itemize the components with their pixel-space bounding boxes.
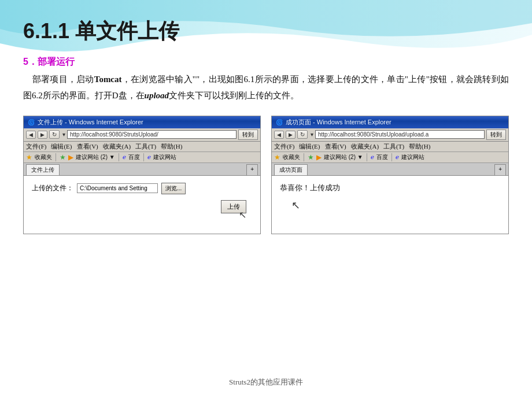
slide-title: 6.1.1 单文件上传 bbox=[23, 12, 509, 46]
forward-button-2[interactable]: ▶ bbox=[286, 131, 295, 139]
refresh-button-2[interactable]: ↻ bbox=[297, 130, 308, 139]
toolbar-sep-2a bbox=[304, 153, 304, 161]
footer: Struts2的其他应用课件 bbox=[0, 377, 532, 387]
toolbar-favs-2[interactable]: 收藏夹 bbox=[283, 153, 300, 161]
toolbar-baidu-2[interactable]: 百度 bbox=[376, 153, 388, 161]
refresh-button-1[interactable]: ↻ bbox=[49, 130, 60, 139]
upload-file-row: 上传的文件： C:\Documents and Setting 浏览... bbox=[32, 183, 252, 194]
menu-help-1[interactable]: 帮助(H) bbox=[161, 142, 182, 151]
baidu-icon-2: ℯ bbox=[371, 154, 374, 160]
toolbar-2: ★ 收藏夹 ★ ▶ 建议网站 (2) ▼ ℯ 百度 ℯ 建议网站 bbox=[272, 152, 508, 163]
address-label-2: ▾ bbox=[311, 131, 313, 138]
orange-star-1: ▶ bbox=[68, 153, 73, 161]
orange-star-2: ▶ bbox=[316, 153, 322, 161]
window-title-1: 文件上传 - Windows Internet Explorer bbox=[38, 118, 143, 127]
browser-content-1: 上传的文件： C:\Documents and Setting 浏览... 上传… bbox=[24, 176, 260, 234]
menu-help-2[interactable]: 帮助(H) bbox=[409, 142, 430, 151]
cursor-pointer-icon: ↖ bbox=[291, 199, 500, 212]
upload-label: 上传的文件： bbox=[32, 183, 73, 193]
toolbar-sep-1c bbox=[143, 153, 144, 161]
success-message: 恭喜你！上传成功 bbox=[280, 183, 500, 193]
green-star-2: ★ bbox=[308, 153, 314, 161]
menu-tools-1[interactable]: 工具(T) bbox=[135, 142, 156, 151]
navbar-1: ◀ ▶ ↻ ▾ 转到 bbox=[24, 128, 260, 142]
titlebar-1: 🌀 文件上传 - Windows Internet Explorer bbox=[24, 116, 260, 128]
section-number: 5．部署运行 bbox=[23, 56, 509, 68]
toolbar-1: ★ 收藏夹 ★ ▶ 建议网站 (2) ▼ ℯ 百度 ℯ 建议网站 bbox=[24, 152, 260, 163]
titlebar-2: 🌀 成功页面 - Windows Internet Explorer bbox=[272, 116, 508, 128]
address-bar-2[interactable] bbox=[315, 130, 485, 139]
tab-2[interactable]: 成功页面 bbox=[274, 164, 308, 175]
go-button-2[interactable]: 转到 bbox=[486, 130, 506, 140]
menu-file-2[interactable]: 文件(F) bbox=[274, 142, 294, 151]
baidu-icon-1: ℯ bbox=[123, 154, 126, 160]
forward-button-1[interactable]: ▶ bbox=[38, 131, 47, 139]
window-title-2: 成功页面 - Windows Internet Explorer bbox=[286, 118, 391, 127]
toolbar-suggest2-2[interactable]: 建议网站 bbox=[401, 153, 424, 161]
menu-favs-2[interactable]: 收藏夹(A) bbox=[351, 142, 379, 151]
tab-bar-1: 文件上传 + bbox=[24, 163, 260, 176]
green-star-1: ★ bbox=[60, 153, 66, 161]
address-label-1: ▾ bbox=[62, 131, 65, 138]
tab-new-1[interactable]: + bbox=[246, 164, 258, 175]
cursor-icon: ↖ bbox=[239, 209, 246, 220]
toolbar-suggest-1[interactable]: 建议网站 (2) ▼ bbox=[76, 153, 115, 161]
back-button-2[interactable]: ◀ bbox=[274, 131, 284, 139]
toolbar-suggest-2[interactable]: 建议网站 (2) ▼ bbox=[324, 153, 363, 161]
fav-star-1: ★ bbox=[26, 153, 32, 161]
ie-icon-1: 🌀 bbox=[27, 118, 35, 126]
go-button-1[interactable]: 转到 bbox=[238, 130, 258, 140]
fav-star-2: ★ bbox=[274, 153, 280, 161]
file-input[interactable]: C:\Documents and Setting bbox=[77, 183, 158, 193]
toolbar-favs-1[interactable]: 收藏夹 bbox=[35, 153, 52, 161]
browser-windows-container: 🌀 文件上传 - Windows Internet Explorer ◀ ▶ ↻… bbox=[23, 116, 509, 234]
menu-edit-1[interactable]: 编辑(E) bbox=[51, 142, 72, 151]
suggest2-icon-1: ℯ bbox=[147, 154, 151, 160]
upload-form: 上传的文件： C:\Documents and Setting 浏览... 上传… bbox=[32, 183, 252, 213]
browser-content-2: 恭喜你！上传成功 ↖ bbox=[272, 176, 508, 234]
menubar-2: 文件(F) 编辑(E) 查看(V) 收藏夹(A) 工具(T) 帮助(H) bbox=[272, 142, 508, 152]
toolbar-sep-1a bbox=[56, 153, 56, 161]
toolbar-sep-2b bbox=[367, 153, 367, 161]
toolbar-suggest2-1[interactable]: 建议网站 bbox=[153, 153, 176, 161]
back-button-1[interactable]: ◀ bbox=[26, 131, 36, 139]
suggest2-icon-2: ℯ bbox=[396, 154, 399, 160]
toolbar-sep-2c bbox=[391, 153, 392, 161]
menu-tools-2[interactable]: 工具(T) bbox=[383, 142, 404, 151]
browse-button[interactable]: 浏览... bbox=[161, 183, 186, 194]
toolbar-baidu-1[interactable]: 百度 bbox=[128, 153, 140, 161]
menu-view-1[interactable]: 查看(V) bbox=[77, 142, 98, 151]
body-paragraph: 部署项目，启动Tomcat，在浏览器中输入""，出现如图6.1所示的界面，选择要… bbox=[23, 72, 509, 104]
menu-edit-2[interactable]: 编辑(E) bbox=[299, 142, 320, 151]
menu-file-1[interactable]: 文件(F) bbox=[26, 142, 46, 151]
address-bar-1[interactable] bbox=[67, 130, 237, 139]
toolbar-sep-1b bbox=[119, 153, 119, 161]
upload-btn-wrap: 上传 ↖ bbox=[32, 200, 246, 213]
navbar-2: ◀ ▶ ↻ ▾ 转到 bbox=[272, 128, 508, 142]
browser-window-2: 🌀 成功页面 - Windows Internet Explorer ◀ ▶ ↻… bbox=[271, 116, 509, 234]
tab-1[interactable]: 文件上传 bbox=[26, 164, 60, 175]
tab-new-2[interactable]: + bbox=[494, 164, 506, 175]
tab-bar-2: 成功页面 + bbox=[272, 163, 508, 176]
menu-favs-1[interactable]: 收藏夹(A) bbox=[103, 142, 131, 151]
browser-window-1: 🌀 文件上传 - Windows Internet Explorer ◀ ▶ ↻… bbox=[23, 116, 261, 234]
ie-icon-2: 🌀 bbox=[275, 118, 283, 126]
menubar-1: 文件(F) 编辑(E) 查看(V) 收藏夹(A) 工具(T) 帮助(H) bbox=[24, 142, 260, 152]
menu-view-2[interactable]: 查看(V) bbox=[325, 142, 346, 151]
